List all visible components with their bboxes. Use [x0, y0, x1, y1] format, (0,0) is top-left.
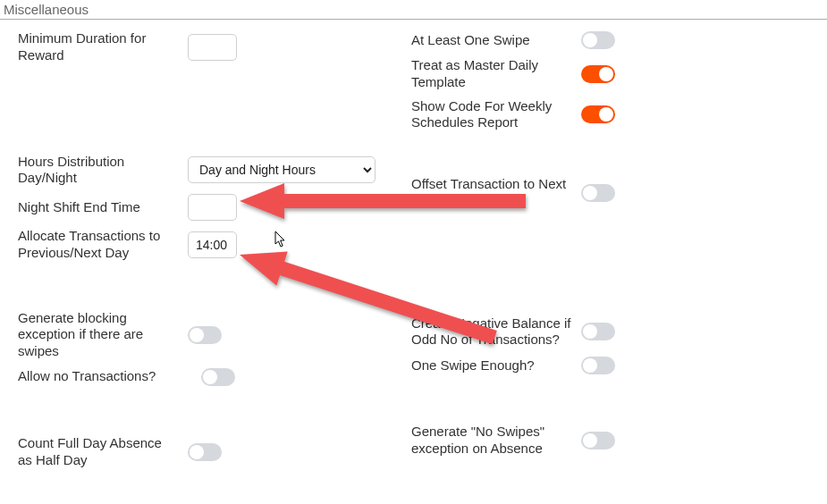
create-neg-label: Create Negative Balance if Odd No of Tra…	[411, 315, 581, 349]
allow-no-trans-toggle[interactable]	[201, 368, 235, 386]
min-duration-input[interactable]	[188, 34, 237, 61]
alloc-trans-input[interactable]	[188, 231, 237, 258]
gen-no-swipes-label: Generate "No Swipes" exception on Absenc…	[411, 424, 581, 458]
night-shift-label: Night Shift End Time	[18, 199, 188, 216]
show-code-label: Show Code For Weekly Schedules Report	[411, 98, 581, 132]
hours-dist-select[interactable]: Day and Night Hours	[188, 156, 376, 183]
offset-trans-toggle[interactable]	[581, 184, 615, 202]
treat-master-label: Treat as Master Daily Template	[411, 57, 581, 91]
hours-dist-label: Hours Distribution Day/Night	[18, 154, 188, 188]
section-divider	[0, 19, 827, 20]
gen-block-toggle[interactable]	[188, 326, 222, 344]
at-least-swipe-label: At Least One Swipe	[411, 32, 581, 49]
one-swipe-label: One Swipe Enough?	[411, 357, 581, 374]
right-column: At Least One Swipe Treat as Master Daily…	[411, 27, 827, 504]
night-shift-input[interactable]	[188, 194, 237, 221]
allow-no-trans-label: Allow no Transactions?	[18, 368, 201, 385]
offset-trans-label: Offset Transaction to Next Day	[411, 176, 581, 210]
alloc-trans-label: Allocate Transactions to Previous/Next D…	[18, 228, 188, 262]
gen-no-swipes-toggle[interactable]	[581, 432, 615, 449]
settings-grid: Minimum Duration for Reward Hours Distri…	[0, 27, 827, 504]
gen-block-label: Generate blocking exception if there are…	[18, 310, 188, 360]
count-full-toggle[interactable]	[188, 443, 222, 461]
one-swipe-toggle[interactable]	[581, 357, 615, 374]
show-code-toggle[interactable]	[581, 105, 615, 123]
at-least-swipe-toggle[interactable]	[581, 31, 615, 49]
min-duration-label: Minimum Duration for Reward	[18, 30, 188, 64]
count-full-label: Count Full Day Absence as Half Day	[18, 435, 188, 469]
section-title: Miscellaneous	[0, 0, 827, 17]
create-neg-toggle[interactable]	[581, 323, 615, 340]
left-column: Minimum Duration for Reward Hours Distri…	[18, 27, 411, 504]
treat-master-toggle[interactable]	[581, 65, 615, 83]
